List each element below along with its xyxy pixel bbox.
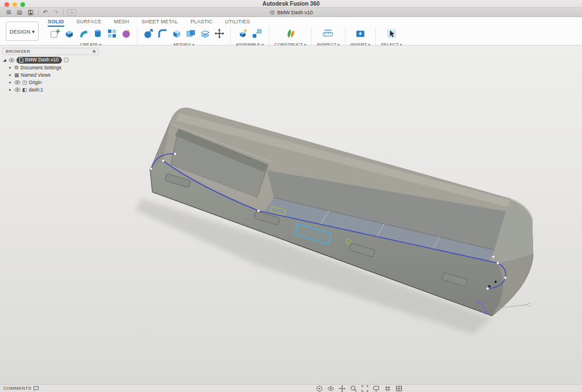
radial-menu-icon[interactable] [64, 57, 69, 62]
browser-header[interactable]: BROWSER [2, 48, 99, 55]
browser-item-label: Origin [29, 80, 42, 85]
comments-toggle[interactable]: COMMENTS [3, 386, 39, 391]
root-caret-icon[interactable]: ◢ [2, 58, 7, 62]
browser-item-origin[interactable]: ▸ ◳ Origin [2, 78, 99, 86]
tab-surface[interactable]: SURFACE [77, 19, 102, 27]
browser-panel: BROWSER ◢ BMW Dash v10 ▸ ⚙ Document Sett… [2, 48, 99, 93]
tab-plastic[interactable]: PLASTIC [190, 19, 213, 27]
group-assemble: ASSEMBLE ▾ [232, 27, 268, 47]
eye-icon[interactable] [14, 87, 20, 92]
comments-bubble-icon [34, 386, 39, 391]
group-create: CREATE ▾ [45, 27, 136, 47]
macos-titlebar: Autodesk Fusion 360 [0, 0, 582, 8]
tab-sheet-metal[interactable]: SHEET METAL [142, 19, 178, 27]
look-at-icon[interactable] [327, 385, 334, 392]
cube-icon [269, 10, 275, 15]
zoom-icon[interactable] [350, 385, 357, 392]
origin-icon: ◳ [22, 80, 27, 85]
caret-right-icon[interactable]: ▸ [8, 87, 13, 92]
chevron-down-icon: ▾ [32, 28, 35, 35]
ribbon-toolbar: DESIGN ▾ SOLID SURFACE MESH SHEET METAL … [0, 17, 582, 45]
document-tab-label: BMW Dash v10 [277, 10, 313, 15]
group-insert: INSERT ▾ [347, 27, 375, 47]
revolve-button[interactable] [92, 28, 103, 39]
group-modify: MODIFY ▾ [139, 27, 229, 47]
named-views-icon: ▦ [14, 72, 19, 78]
group-construct: CONSTRUCT ▾ [271, 27, 310, 47]
browser-header-label: BROWSER [6, 49, 30, 54]
eye-icon[interactable] [9, 58, 15, 62]
eye-icon[interactable] [14, 80, 20, 85]
joint-button[interactable] [251, 28, 263, 39]
sweep-button[interactable] [78, 28, 89, 39]
extrude-button[interactable] [64, 28, 75, 39]
caret-right-icon[interactable]: ▸ [8, 65, 13, 70]
dashboard-model[interactable] [0, 45, 582, 384]
press-pull-button[interactable] [143, 28, 154, 39]
browser-item-label: Document Settings [20, 65, 61, 70]
ribbon-tab-strip: SOLID SURFACE MESH SHEET METAL PLASTIC U… [48, 19, 250, 27]
orbit-icon[interactable] [316, 385, 323, 392]
workspace-switcher[interactable]: DESIGN ▾ [6, 22, 39, 41]
move-button[interactable] [214, 28, 225, 39]
fillet-button[interactable] [157, 28, 168, 39]
combine-button[interactable] [185, 28, 197, 39]
browser-item-named-views[interactable]: ▸ ▦ Named Views [2, 71, 99, 78]
offset-face-button[interactable] [199, 28, 211, 39]
browser-item-root[interactable]: ◢ BMW Dash v10 [2, 56, 99, 64]
redo-icon[interactable]: ↷ [51, 8, 61, 17]
grid-settings-icon[interactable] [384, 385, 391, 392]
tab-mesh[interactable]: MESH [114, 19, 129, 27]
insert-button[interactable] [355, 28, 366, 39]
browser-item-dash-component[interactable]: ▸ ◧ dash:1 [2, 86, 99, 93]
component-icon: ◧ [22, 87, 27, 93]
root-document-pill[interactable]: BMW Dash v10 [16, 57, 62, 64]
group-inspect: INSPECT ▾ [313, 27, 343, 47]
construction-plane-button[interactable] [285, 28, 296, 39]
app-title: Autodesk Fusion 360 [0, 1, 582, 7]
new-component-button[interactable] [237, 28, 248, 39]
browser-tree: ◢ BMW Dash v10 ▸ ⚙ Document Settings ▸ ▦… [2, 56, 99, 93]
pattern-button[interactable] [106, 28, 118, 39]
file-menu-icon[interactable]: ▤ [14, 8, 24, 17]
app-grid-icon[interactable]: ⊞ [3, 8, 14, 17]
save-icon[interactable] [25, 10, 36, 15]
caret-right-icon[interactable]: ▸ [8, 73, 13, 77]
workspace-label: DESIGN [10, 28, 30, 35]
root-document-label: BMW Dash v10 [25, 57, 59, 62]
create-sketch-button[interactable] [49, 28, 61, 39]
fit-icon[interactable] [361, 385, 368, 392]
quick-access-bar: ⊞ ▤ ↶ ↷ ⌂ BMW Dash v10 [0, 8, 582, 17]
browser-header-menu-icon[interactable] [93, 50, 95, 53]
create-form-button[interactable] [120, 28, 132, 39]
document-tab[interactable]: BMW Dash v10 [0, 8, 582, 17]
tab-utilities[interactable]: UTILITIES [225, 19, 250, 27]
view-navigation-bar [316, 385, 402, 392]
display-settings-icon[interactable] [373, 385, 380, 392]
gear-icon: ⚙ [14, 65, 19, 70]
browser-item-label: dash:1 [29, 87, 44, 93]
pan-icon[interactable] [339, 385, 346, 392]
divider [63, 10, 64, 15]
shell-button[interactable] [171, 28, 182, 39]
browser-item-document-settings[interactable]: ▸ ⚙ Document Settings [2, 64, 99, 71]
divider [38, 10, 39, 15]
home-icon[interactable]: ⌂ [68, 9, 76, 16]
group-select: SELECT ▾ [377, 27, 406, 47]
browser-item-label: Named Views [21, 72, 51, 78]
caret-right-icon[interactable]: ▸ [8, 80, 13, 85]
measure-button[interactable] [322, 28, 334, 39]
viewport-3d[interactable]: BROWSER ◢ BMW Dash v10 ▸ ⚙ Document Sett… [0, 45, 582, 384]
tab-solid[interactable]: SOLID [48, 19, 64, 27]
status-bar: COMMENTS [0, 384, 582, 392]
undo-icon[interactable]: ↶ [40, 8, 51, 17]
document-icon [19, 57, 23, 62]
comments-label: COMMENTS [3, 386, 31, 391]
select-button[interactable] [386, 28, 397, 39]
viewports-icon[interactable] [396, 385, 402, 392]
